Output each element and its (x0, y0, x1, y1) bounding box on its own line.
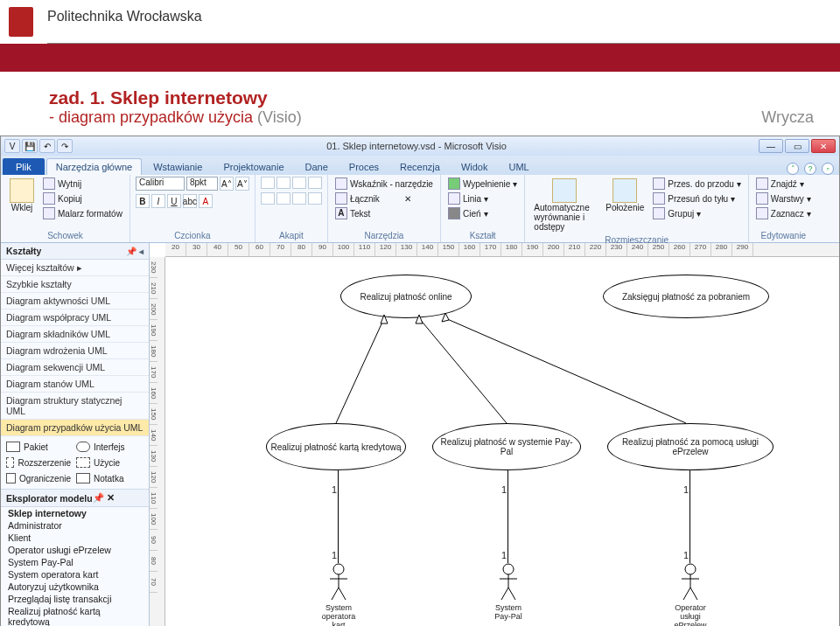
fill-button[interactable]: Wypełnienie ▾ (446, 177, 519, 191)
maximize-button[interactable]: ▭ (785, 139, 809, 153)
actor-eprzelew[interactable]: Operator usługi ePrzelew (673, 563, 708, 626)
actor-paypal[interactable]: System Pay-Pal (491, 563, 526, 621)
underline-button[interactable]: U (167, 194, 181, 208)
exp-item[interactable]: System operatora kart (1, 568, 149, 581)
stencil-item[interactable]: Diagram struktury statycznej UML (1, 393, 149, 420)
text-tool-button[interactable]: ATekst (333, 206, 372, 220)
group-label: Akapit (261, 229, 322, 240)
assoc-line (690, 470, 690, 563)
tab-insert[interactable]: Wstawianie (144, 158, 212, 175)
tab-process[interactable]: Proces (340, 158, 388, 175)
stencil-item[interactable]: Diagram składników UML (1, 326, 149, 343)
pointer-tool-button[interactable]: Wskaźnik - narzędzie (333, 177, 435, 191)
align-right-icon[interactable] (292, 192, 306, 205)
copy-button[interactable]: Kopiuj (41, 191, 124, 205)
tab-data[interactable]: Dane (296, 158, 338, 175)
ruler-vertical: 2302102001901801701601501401301201101009… (150, 257, 165, 626)
shadow-button[interactable]: Cień ▾ (446, 206, 490, 220)
stencil-item[interactable]: Diagram stanów UML (1, 376, 149, 393)
pin-icon[interactable]: 📌 ✕ (93, 492, 115, 504)
slide-subtitle: - diagram przypadków użycia (49, 108, 257, 126)
shape-rozszerzenie[interactable]: Rozszerzenie (4, 456, 73, 470)
slide-author: Wrycza (761, 108, 814, 127)
shape-ograniczenie[interactable]: Ograniczenie (4, 471, 73, 485)
tab-review[interactable]: Recenzja (390, 158, 450, 175)
group-paragraph: Akapit (256, 175, 328, 242)
quick-shapes-button[interactable]: Szybkie kształty (1, 276, 149, 293)
bold-button[interactable]: B (136, 194, 150, 208)
layers-button[interactable]: Warstwy ▾ (754, 191, 813, 205)
exp-item[interactable]: Klient (1, 532, 149, 544)
qa-redo-button[interactable]: ↷ (57, 139, 73, 153)
qa-save-button[interactable]: 💾 (22, 139, 38, 153)
text-direction-icon[interactable] (308, 177, 322, 189)
ribbon-minimize-icon[interactable]: ˄ (787, 163, 799, 175)
group-button[interactable]: Grupuj ▾ (651, 206, 743, 220)
window-title: 01. Sklep internetowy.vsd - Microsoft Vi… (74, 141, 759, 151)
drawing-canvas[interactable]: Realizuj płatność online Zaksięguj płatn… (165, 257, 839, 626)
connector-tool-button[interactable]: Łącznik ✕ (333, 191, 413, 205)
auto-align-button[interactable]: Automatyczne wyrównanie i odstępy (530, 177, 598, 233)
format-painter-button[interactable]: Malarz formatów (41, 206, 124, 220)
slide-banner (0, 44, 840, 72)
tab-uml[interactable]: UML (499, 158, 538, 175)
font-color-button[interactable]: A (199, 194, 213, 208)
strike-button[interactable]: abc (183, 194, 197, 208)
shape-notatka[interactable]: Notatka (74, 471, 143, 485)
stencil-item[interactable]: Diagram sekwencji UML (1, 359, 149, 376)
bullets-icon[interactable] (292, 177, 306, 189)
font-name-select[interactable]: Calibri (136, 177, 185, 191)
font-size-select[interactable]: 8pkt (186, 177, 218, 191)
line-button[interactable]: Linia ▾ (446, 191, 490, 205)
qa-undo-button[interactable]: ↶ (39, 139, 55, 153)
stencil-item[interactable]: Diagram wdrożenia UML (1, 343, 149, 359)
tab-design[interactable]: Projektowanie (214, 158, 293, 175)
help-icon[interactable]: ? (804, 163, 816, 175)
tab-home[interactable]: Narzędzia główne (46, 158, 142, 175)
more-shapes-button[interactable]: Więcej kształtów ▸ (1, 260, 149, 276)
shrink-font-button[interactable]: A˅ (235, 177, 249, 191)
pin-icon[interactable]: 📌 ◂ (126, 247, 144, 256)
exp-item[interactable]: Sklep internetowy (1, 507, 149, 519)
slide-title-line1: zad. 1. Sklep internetowy (49, 87, 302, 108)
delete-icon[interactable]: ✕ (404, 194, 411, 204)
visio-icon[interactable]: V (4, 139, 20, 153)
align-middle-icon[interactable] (276, 177, 290, 189)
tab-view[interactable]: Widok (452, 158, 498, 175)
find-button[interactable]: Znajdź ▾ (754, 177, 806, 191)
align-center-icon[interactable] (276, 192, 290, 205)
group-editing: Znajdź ▾ Warstwy ▾ Zaznacz ▾ Edytowanie (749, 175, 818, 242)
align-left-icon[interactable] (261, 192, 275, 205)
actor-operator-kart[interactable]: System operatora kart (321, 563, 356, 626)
stencil-item-selected[interactable]: Diagram przypadków użycia UML (1, 420, 149, 436)
exp-item[interactable]: System Pay-Pal (1, 556, 149, 568)
send-back-button[interactable]: Przesuń do tyłu ▾ (651, 191, 743, 205)
minimize-button[interactable]: — (759, 139, 783, 153)
main-area: Kształty 📌 ◂ Więcej kształtów ▸ Szybkie … (1, 243, 839, 626)
window-state-icon[interactable]: ▫ (822, 163, 834, 175)
cut-button[interactable]: Wytnij (41, 177, 124, 191)
exp-item[interactable]: Administrator (1, 519, 149, 532)
indent-icon[interactable] (308, 192, 322, 205)
exp-item[interactable]: Realizuj płatność kartą kredytową (1, 605, 149, 626)
grow-font-button[interactable]: A˄ (220, 177, 234, 191)
paste-button[interactable]: Wklej (6, 177, 38, 214)
shape-interfejs[interactable]: Interfejs (74, 440, 143, 454)
stencil-item[interactable]: Diagram aktywności UML (1, 293, 149, 310)
select-button[interactable]: Zaznacz ▾ (754, 206, 813, 220)
close-button[interactable]: ✕ (811, 139, 836, 153)
group-icon (653, 207, 665, 219)
shape-pakiet[interactable]: Pakiet (4, 440, 73, 454)
stencil-item[interactable]: Diagram współpracy UML (1, 310, 149, 326)
shape-uzycie[interactable]: Użycie (74, 456, 143, 470)
position-button[interactable]: Położenie (602, 177, 648, 214)
italic-button[interactable]: I (151, 194, 165, 208)
bring-front-button[interactable]: Przes. do przodu ▾ (651, 177, 743, 191)
exp-item[interactable]: Autoryzuj użytkownika (1, 581, 149, 593)
exp-item[interactable]: Przeglądaj listę transakcji (1, 593, 149, 605)
title-bar: V 💾 ↶ ↷ 01. Sklep internetowy.vsd - Micr… (1, 136, 839, 156)
align-top-icon[interactable] (261, 177, 275, 189)
exp-item[interactable]: Operator usługi ePrzelew (1, 544, 149, 556)
tab-file[interactable]: Plik (3, 158, 45, 175)
group-arrange: Automatyczne wyrównanie i odstępy Położe… (525, 175, 749, 242)
